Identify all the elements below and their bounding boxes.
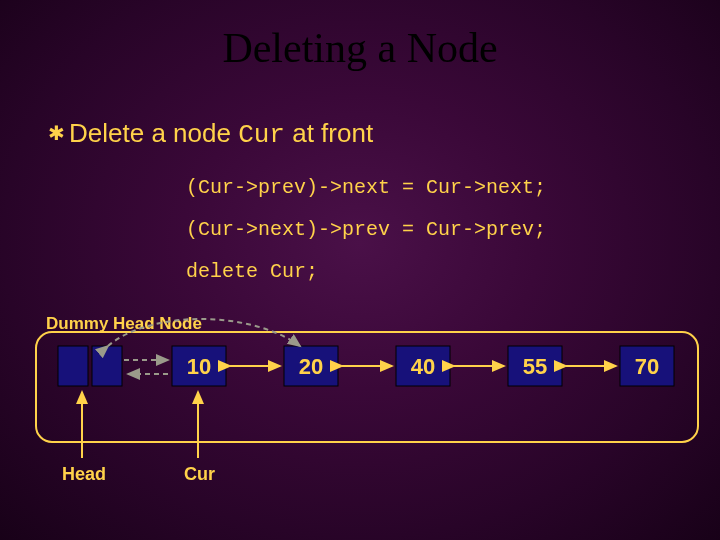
slide-title: Deleting a Node [0, 0, 720, 72]
code-line-2: (Cur->next)->prev = Cur->prev; [186, 218, 546, 241]
svg-rect-9 [620, 346, 674, 386]
dummy-cell-next [92, 346, 122, 386]
bullet-tail: at front [285, 118, 373, 148]
node-10: 10 [172, 346, 226, 386]
svg-rect-1 [172, 346, 226, 386]
svg-text:55: 55 [523, 354, 547, 379]
svg-rect-5 [396, 346, 450, 386]
svg-rect-7 [508, 346, 562, 386]
bullet-lead: Delete [69, 118, 144, 148]
node-40: 40 [396, 346, 450, 386]
code-line-1: (Cur->prev)->next = Cur->next; [186, 176, 546, 199]
bullet-code: Cur [238, 120, 285, 150]
bullet-star-icon: ✱ [48, 122, 65, 144]
node-20: 20 [284, 346, 338, 386]
cur-pointer-label: Cur [184, 464, 215, 485]
bullet-mid: a node [144, 118, 238, 148]
dummy-cell-prev [58, 346, 88, 386]
svg-text:10: 10 [187, 354, 211, 379]
node-70: 70 [620, 346, 674, 386]
svg-rect-0 [36, 332, 698, 442]
node-55: 55 [508, 346, 562, 386]
svg-text:70: 70 [635, 354, 659, 379]
code-line-3: delete Cur; [186, 260, 318, 283]
svg-text:40: 40 [411, 354, 435, 379]
head-pointer-label: Head [62, 464, 106, 485]
linked-list-diagram: 10 20 40 55 70 [0, 0, 720, 540]
svg-rect-3 [284, 346, 338, 386]
dummy-head-label: Dummy Head Node [46, 314, 202, 334]
svg-text:20: 20 [299, 354, 323, 379]
bullet-delete-front: ✱Delete a node Cur at front [48, 118, 373, 150]
